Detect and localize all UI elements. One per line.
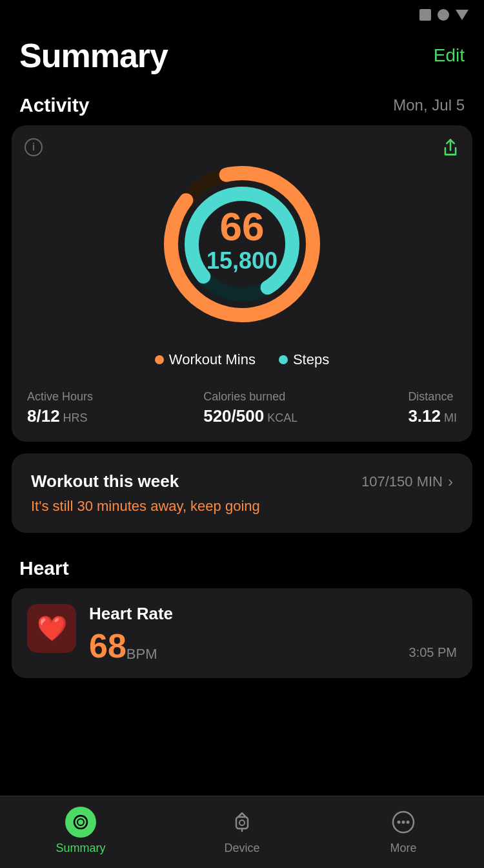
active-hours-label: Active Hours	[27, 390, 93, 404]
heart-rate-title: Heart Rate	[89, 604, 457, 624]
workout-week-card[interactable]: Workout this week 107/150 MIN › It's sti…	[12, 453, 472, 533]
page-header: Summary Edit	[0, 21, 484, 88]
bottom-nav: Summary Device More	[0, 796, 484, 868]
more-icon-container	[388, 807, 419, 838]
nav-tab-more[interactable]: More	[365, 807, 442, 855]
workout-week-title: Workout this week	[31, 471, 179, 491]
activity-title: Activity	[19, 94, 89, 116]
svg-point-1	[160, 162, 325, 327]
activity-legend: Workout Mins Steps	[27, 351, 457, 368]
activity-date: Mon, Jul 5	[393, 96, 465, 114]
status-bar	[0, 0, 484, 21]
distance-label: Distance	[408, 390, 457, 404]
legend-workout: Workout Mins	[155, 351, 256, 368]
calories-value: 520/500 KCAL	[203, 406, 297, 426]
nav-tab-summary[interactable]: Summary	[42, 807, 119, 855]
legend-steps: Steps	[279, 351, 329, 368]
workout-progress: 107/150 MIN ›	[361, 473, 453, 491]
heart-rate-reading: 68BPM	[89, 629, 457, 663]
legend-steps-label: Steps	[293, 351, 329, 368]
summary-nav-label: Summary	[55, 842, 105, 855]
nav-tab-device[interactable]: Device	[203, 807, 281, 855]
activity-ring: 66 15,800	[27, 141, 457, 341]
svg-point-12	[407, 821, 410, 824]
svg-point-4	[74, 816, 87, 829]
heart-rate-info: Heart Rate 68BPM	[89, 604, 457, 663]
svg-point-7	[239, 820, 245, 825]
heart-section-header: Heart	[0, 544, 484, 588]
active-hours-value: 8/12 HRS	[27, 406, 93, 426]
device-icon-container	[227, 807, 257, 838]
distance-value: 3.12 MI	[408, 406, 457, 426]
heart-icon-background: ❤️	[27, 604, 76, 653]
svg-rect-6	[236, 817, 248, 829]
edit-button[interactable]: Edit	[434, 45, 465, 66]
legend-workout-label: Workout Mins	[169, 351, 256, 368]
more-nav-label: More	[390, 842, 416, 855]
legend-dot-orange	[155, 355, 164, 364]
stat-distance: Distance 3.12 MI	[408, 390, 457, 426]
page-title: Summary	[19, 36, 168, 75]
chevron-right-icon: ›	[448, 473, 453, 491]
heart-rate-value: 68	[89, 627, 126, 665]
heart-rate-time: 3:05 PM	[409, 645, 457, 660]
heart-icon: ❤️	[37, 614, 67, 643]
stat-active-hours: Active Hours 8/12 HRS	[27, 390, 93, 426]
svg-point-10	[398, 821, 401, 824]
status-icon-rect	[419, 9, 431, 21]
heart-rate-card[interactable]: ❤️ Heart Rate 68BPM 3:05 PM	[12, 588, 472, 678]
summary-icon-container	[65, 807, 96, 838]
activity-card: i 66 15,800 Workout Mins St	[12, 125, 472, 442]
status-icon-circle	[438, 9, 449, 21]
svg-point-5	[77, 819, 84, 825]
summary-active-icon	[65, 807, 96, 838]
heart-section-title: Heart	[19, 557, 465, 579]
heart-rate-unit: BPM	[126, 646, 157, 662]
activity-section-header: Activity Mon, Jul 5	[0, 88, 484, 125]
status-icon-triangle	[456, 10, 469, 20]
workout-subtitle: It's still 30 minutes away, keep going	[31, 498, 453, 515]
stats-row: Active Hours 8/12 HRS Calories burned 52…	[27, 384, 457, 426]
legend-dot-teal	[279, 355, 288, 364]
svg-point-11	[402, 821, 405, 824]
device-nav-label: Device	[224, 842, 259, 855]
calories-label: Calories burned	[203, 390, 297, 404]
stat-calories: Calories burned 520/500 KCAL	[203, 390, 297, 426]
